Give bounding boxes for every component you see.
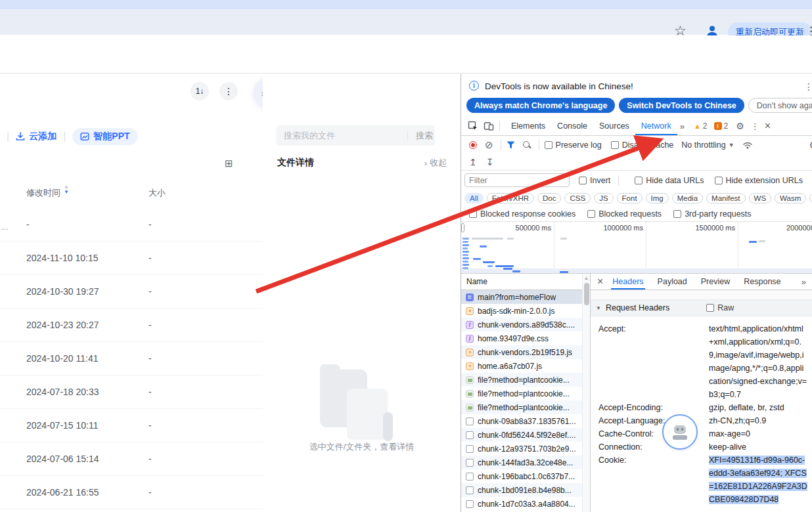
network-request-row[interactable]: main?from=homeFlow	[461, 290, 582, 304]
network-request-row[interactable]: chunk-vendors.a89d538c....	[461, 318, 582, 331]
export-har-icon[interactable]: ↧	[486, 157, 494, 167]
tab-response[interactable]: Response	[742, 274, 782, 289]
device-toolbar-icon[interactable]	[484, 121, 494, 131]
hide-extension-urls-checkbox[interactable]: Hide extension URLs	[715, 176, 803, 185]
request-name: chunk-12a93751.703b2e9...	[478, 444, 575, 454]
more-tabs-icon[interactable]: »	[677, 121, 687, 131]
raw-checkbox[interactable]: Raw	[706, 303, 734, 312]
blocked-requests-checkbox[interactable]: Blocked requests	[587, 209, 662, 219]
network-request-row[interactable]: file?method=plantcookie...	[461, 400, 582, 414]
scrollbar-up-icon[interactable]: ▲	[583, 274, 590, 280]
tab-payload[interactable]: Payload	[656, 274, 688, 289]
network-request-row[interactable]: badjs-sdk-min-2.0.0.js	[461, 304, 582, 318]
network-overview-timeline[interactable]: 500000 ms 1000000 ms 1500000 ms 2000000	[461, 221, 812, 274]
more-detail-tabs-icon[interactable]: »	[799, 277, 809, 287]
blocked-response-cookies-checkbox[interactable]: Blocked response cookies	[469, 209, 575, 219]
chip-doc[interactable]: Doc	[537, 193, 561, 203]
invert-checkbox[interactable]: Invert	[579, 176, 610, 185]
tab-console[interactable]: Console	[551, 117, 593, 135]
grid-view-icon[interactable]: ⊞	[225, 158, 233, 169]
network-request-row[interactable]: chunk-144fad3a.32ce48e...	[461, 456, 582, 469]
chip-all[interactable]: All	[464, 193, 484, 203]
network-request-row[interactable]: chunk-vendors.2b19f519.js	[461, 345, 582, 359]
smart-ppt-button[interactable]: 智能PPT	[72, 128, 137, 145]
network-request-row[interactable]: chunk-1bd091e8.b4e98b...	[461, 483, 582, 497]
chip-manifest[interactable]: Manifest	[706, 193, 745, 203]
preserve-log-checkbox[interactable]: Preserve log	[545, 140, 602, 150]
inspect-element-icon[interactable]	[468, 121, 478, 131]
chip-other[interactable]: Other	[809, 193, 812, 203]
request-list-name-header[interactable]: Name	[461, 274, 582, 290]
table-row[interactable]: 2024-07-15 10:11-	[0, 409, 263, 442]
table-row[interactable]: --	[0, 208, 263, 242]
table-row[interactable]: 2024-10-23 20:27-	[0, 309, 263, 342]
devtools-close-icon[interactable]: ×	[765, 120, 771, 132]
chip-ws[interactable]: WS	[749, 193, 772, 203]
chip-js[interactable]: JS	[594, 193, 613, 203]
network-request-row[interactable]: file?method=plantcookie...	[461, 387, 582, 400]
banner-menu-icon[interactable]: ⋮	[804, 81, 812, 92]
request-headers-section[interactable]: ▼ Request Headers Raw	[591, 300, 812, 316]
chip-fetch-xhr[interactable]: Fetch/XHR	[487, 193, 534, 203]
import-har-icon[interactable]: ↥	[469, 157, 477, 167]
third-party-requests-checkbox[interactable]: 3rd-party requests	[673, 209, 751, 219]
request-list-scrollbar[interactable]: ▲	[582, 274, 590, 512]
throttling-select[interactable]: No throttling▼	[681, 140, 734, 150]
close-detail-icon[interactable]: ×	[597, 276, 603, 288]
search-button[interactable]: 搜索	[407, 131, 441, 140]
tab-sources[interactable]: Sources	[593, 117, 635, 135]
table-row[interactable]: 2024-11-10 10:15-	[0, 242, 263, 275]
issues-badge[interactable]: !2	[714, 121, 729, 131]
disable-cache-checkbox[interactable]: Disable cache	[611, 140, 674, 150]
tab-network[interactable]: Network	[635, 117, 677, 135]
column-size[interactable]: 大小	[148, 187, 166, 199]
table-row[interactable]: 2024-10-20 11:41-	[0, 342, 263, 375]
network-request-row[interactable]: chunk-196babc1.0c637b7...	[461, 469, 582, 483]
warnings-badge[interactable]: ▲2	[694, 121, 708, 131]
match-language-button[interactable]: Always match Chrome's language	[466, 98, 615, 113]
tab-preview[interactable]: Preview	[700, 274, 731, 289]
sort-order-button[interactable]: 1↓	[191, 82, 209, 100]
network-request-row[interactable]: home.a6a7cb07.js	[461, 359, 582, 373]
search-network-icon[interactable]	[522, 140, 531, 150]
network-request-row[interactable]: chunk-0fd56244.5f92e8ef....	[461, 428, 582, 442]
cloud-add-button[interactable]: 云添加	[16, 131, 56, 142]
network-conditions-icon[interactable]	[742, 140, 753, 150]
scrollbar-thumb[interactable]	[584, 283, 589, 305]
network-request-row[interactable]: chunk-09ab8a37.1835761...	[461, 414, 582, 428]
column-modified-time[interactable]: 修改时间	[26, 187, 60, 199]
chip-css[interactable]: CSS	[564, 193, 591, 203]
network-request-row[interactable]: file?method=plantcookie...	[461, 373, 582, 387]
network-request-row[interactable]: home.93497d9e.css	[461, 331, 582, 345]
settings-gear-icon[interactable]: ⚙	[736, 121, 744, 131]
search-input[interactable]	[276, 131, 407, 140]
switch-chinese-button[interactable]: Switch DevTools to Chinese	[619, 98, 744, 113]
network-request-row[interactable]: chunk-12a93751.703b2e9...	[461, 442, 582, 456]
filter-input[interactable]	[464, 173, 570, 187]
floating-assistant-avatar[interactable]	[662, 414, 698, 450]
dont-show-again-button[interactable]: Don't show again	[748, 98, 812, 113]
table-row[interactable]: 2024-10-30 19:27-	[0, 275, 263, 309]
clear-network-log-icon[interactable]: ⊘	[485, 140, 493, 150]
network-request-row[interactable]: chunk-1d7c03a3.a4a8804...	[461, 497, 582, 511]
table-row[interactable]: 2024-07-06 15:14-	[0, 442, 263, 476]
filter-funnel-icon[interactable]	[507, 141, 515, 149]
network-settings-gear-icon[interactable]: ⚙	[809, 140, 812, 150]
devtools-menu-icon[interactable]: ⋮	[751, 121, 759, 131]
record-network-log-icon[interactable]	[469, 141, 477, 149]
tab-elements[interactable]: Elements	[505, 117, 551, 135]
collapse-button[interactable]: ›收起	[424, 157, 447, 169]
banner-buttons: Always match Chrome's language Switch De…	[466, 98, 812, 113]
sort-arrows-icon[interactable]: ▲▼	[64, 184, 69, 195]
section-expand-icon[interactable]: ▼	[596, 305, 601, 311]
chip-media[interactable]: Media	[672, 193, 703, 203]
timeline-selection-handle[interactable]	[461, 223, 464, 232]
chip-wasm[interactable]: Wasm	[775, 193, 806, 203]
chip-img[interactable]: Img	[646, 193, 669, 203]
table-row[interactable]: 2024-06-21 16:55-	[0, 476, 263, 509]
table-row[interactable]: 2024-07-18 20:33-	[0, 375, 263, 409]
tab-headers[interactable]: Headers	[611, 274, 644, 289]
chip-font[interactable]: Font	[617, 193, 643, 203]
hide-data-urls-checkbox[interactable]: Hide data URLs	[635, 176, 704, 185]
more-options-button[interactable]: ⋮	[219, 82, 238, 100]
